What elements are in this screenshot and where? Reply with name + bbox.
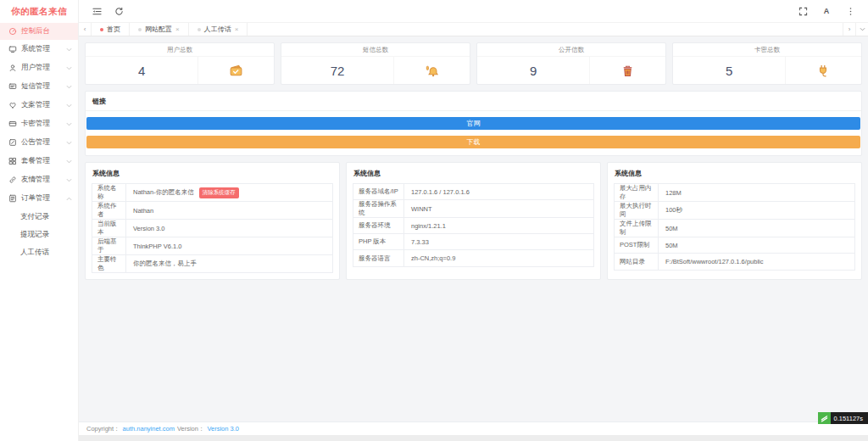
copyright-label: Copyright： xyxy=(86,425,120,433)
sidebar-item-users[interactable]: 用户管理 xyxy=(0,59,78,77)
sidebar-item-label: 卡密管理 xyxy=(21,119,50,129)
system-info-panel-1: 系统信息 系统名称 Nathan-你的匿名来信 清除系统缓存 系统作者 Nath… xyxy=(85,162,340,280)
sidebar-item-label: 套餐管理 xyxy=(21,156,50,166)
row-value: 100秒 xyxy=(659,202,689,219)
row-value: Nathan-你的匿名来信 清除系统缓存 xyxy=(126,184,246,201)
sidebar-item-copywriting[interactable]: 文案管理 xyxy=(0,96,78,114)
table-row: 文件上传限制 50M xyxy=(615,220,854,237)
table-row: 系统名称 Nathan-你的匿名来信 清除系统缓存 xyxy=(92,184,332,202)
official-site-button[interactable]: 官网 xyxy=(86,117,860,130)
sidebar-item-label: 文案管理 xyxy=(21,100,50,110)
sidebar-item-manual-relay[interactable]: 人工传话 xyxy=(0,243,78,261)
sidebar-item-cardkey[interactable]: 卡密管理 xyxy=(0,114,78,133)
download-button[interactable]: 下载 xyxy=(86,136,860,148)
sidebar-item-orders[interactable]: 订单管理 xyxy=(0,189,78,208)
row-label: PHP 版本 xyxy=(353,234,404,249)
tab-manual-relay[interactable]: 人工传话 × xyxy=(189,23,248,36)
row-label: 最大执行时间 xyxy=(615,202,659,219)
debug-trace-badge[interactable]: 0.151127s xyxy=(818,412,868,424)
row-value: 127.0.1.6 / 127.0.1.6 xyxy=(404,184,476,199)
tab-label: 人工传话 xyxy=(204,25,231,34)
card-icon xyxy=(8,120,17,129)
tabs-scroll-left-icon[interactable]: ‹ xyxy=(79,23,92,36)
table-row: 后端基于 ThinkPHP V6.1.0 xyxy=(92,237,332,255)
sidebar-item-withdraw-records[interactable]: 提现记录 xyxy=(0,226,78,243)
sidebar-item-dashboard[interactable]: 控制后台 xyxy=(0,23,78,40)
monitor-icon xyxy=(8,45,17,54)
stats-row: 用户总数 4 短信总数 72 xyxy=(85,42,862,85)
tab-label: 首页 xyxy=(107,25,120,34)
chevron-down-icon xyxy=(66,159,72,164)
sidebar-item-packages[interactable]: 套餐管理 xyxy=(0,152,78,170)
table-row: 系统作者 Nathan xyxy=(92,202,332,220)
horizontal-scrollbar-track[interactable] xyxy=(79,435,868,441)
content-area: 用户总数 4 短信总数 72 xyxy=(79,36,868,421)
row-label: 文件上传限制 xyxy=(615,220,659,237)
sidebar-item-system[interactable]: 系统管理 xyxy=(0,40,78,59)
tab-dot xyxy=(198,28,201,31)
tab-site-config[interactable]: 网站配置 × xyxy=(130,23,189,36)
tabs-menu-icon[interactable] xyxy=(855,23,868,36)
fullscreen-icon[interactable] xyxy=(796,4,810,18)
tabs-scroll-right-icon[interactable]: › xyxy=(843,23,855,36)
stat-card-sms: 短信总数 72 xyxy=(281,42,470,85)
info-panels-row: 系统信息 系统名称 Nathan-你的匿名来信 清除系统缓存 系统作者 Nath… xyxy=(85,162,862,280)
row-label: 系统名称 xyxy=(92,184,126,201)
row-label: 服务器语言 xyxy=(353,250,404,266)
row-value: zh-CN,zh;q=0.9 xyxy=(404,250,462,266)
row-value: 50M xyxy=(659,237,685,253)
stat-card-users: 用户总数 4 xyxy=(85,42,275,85)
stat-label: 公开信数 xyxy=(477,43,665,57)
table-row: POST限制 50M xyxy=(615,237,854,254)
refresh-icon[interactable] xyxy=(112,4,125,18)
dashboard-icon xyxy=(8,27,17,36)
main-area: A ‹ 首页 网站配置 × 人工传话 × › xyxy=(79,0,868,441)
sidebar-item-friendlinks[interactable]: 友情管理 xyxy=(0,170,78,189)
bell-icon xyxy=(394,57,470,84)
table-row: 服务器域名/IP 127.0.1.6 / 127.0.1.6 xyxy=(353,184,593,200)
system-info-panel-3: 系统信息 最大占用内存 128M 最大执行时间 100秒 文件上传限制 50M xyxy=(607,162,862,280)
chevron-up-icon xyxy=(66,197,72,201)
version-link[interactable]: Version 3.0 xyxy=(207,425,239,433)
sidebar-item-payment-records[interactable]: 支付记录 xyxy=(0,208,78,226)
topbar-left xyxy=(90,4,125,18)
link-icon xyxy=(8,176,17,185)
chevron-down-icon xyxy=(66,66,72,70)
close-icon[interactable]: × xyxy=(235,26,239,33)
row-label: 网站目录 xyxy=(615,254,659,270)
plug-icon xyxy=(786,57,861,84)
table-row: 服务器环境 nginx/1.21.1 xyxy=(353,218,593,234)
row-value: F:/BtSoft/wwwroot/127.0.1.6/public xyxy=(659,254,770,270)
sidebar-child-label: 人工传话 xyxy=(20,248,49,258)
close-icon[interactable]: × xyxy=(175,26,180,33)
collapse-menu-icon[interactable] xyxy=(90,4,103,18)
row-value: ThinkPHP V6.1.0 xyxy=(126,237,188,254)
sidebar-item-sms[interactable]: 短信管理 xyxy=(0,77,78,96)
tab-home[interactable]: 首页 xyxy=(92,23,130,36)
font-size-icon[interactable]: A xyxy=(820,4,833,18)
row-value: 50M xyxy=(659,220,685,237)
row-label: 服务器域名/IP xyxy=(353,184,404,199)
clear-cache-button[interactable]: 清除系统缓存 xyxy=(199,187,239,198)
more-options-icon[interactable] xyxy=(843,4,857,18)
sidebar-menu: 控制后台 系统管理 用户管理 短信管理 文案管理 xyxy=(0,23,78,441)
top-bar: A xyxy=(79,0,868,23)
row-label: 系统作者 xyxy=(92,202,126,219)
row-label: 主要特色 xyxy=(92,255,126,272)
row-value: 7.3.33 xyxy=(404,234,436,249)
app-window: 你的匿名来信 控制后台 系统管理 用户管理 短信管理 xyxy=(0,0,868,441)
row-value: WINNT xyxy=(404,200,439,217)
table-row: 主要特色 你的匿名来信，易上手 xyxy=(92,255,332,272)
stat-label: 用户总数 xyxy=(86,43,274,57)
row-value: 128M xyxy=(659,184,688,201)
topbar-right: A xyxy=(796,4,857,18)
table-row: 最大执行时间 100秒 xyxy=(615,202,854,220)
table-row: 服务器操作系统 WINNT xyxy=(353,200,593,218)
site-link[interactable]: auth.nanyinet.com xyxy=(123,425,175,433)
table-row: 最大占用内存 128M xyxy=(615,184,854,202)
info-table: 系统名称 Nathan-你的匿名来信 清除系统缓存 系统作者 Nathan 当前… xyxy=(92,183,333,273)
app-logo: 你的匿名来信 xyxy=(0,0,78,23)
heart-icon xyxy=(8,101,17,110)
sidebar-item-notice[interactable]: 公告管理 xyxy=(0,133,78,152)
sidebar-child-label: 支付记录 xyxy=(20,212,49,222)
